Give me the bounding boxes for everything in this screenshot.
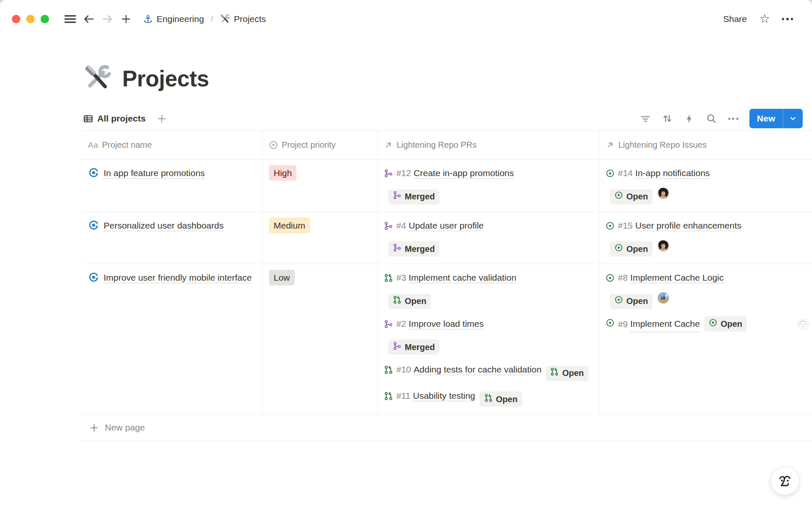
pull-request-open-icon (393, 293, 401, 309)
sidebar-toggle-icon[interactable] (61, 10, 80, 28)
zoom-window-button[interactable] (41, 15, 49, 23)
share-button[interactable]: Share (719, 11, 751, 27)
status-badge: Merged (388, 340, 439, 355)
pr-number: #11 (396, 391, 410, 400)
search-icon[interactable] (702, 109, 721, 128)
sort-icon[interactable] (658, 109, 677, 128)
cell-project-name[interactable]: Improve user friendly mobile interface (82, 264, 263, 414)
pr-link[interactable]: Usability testing (413, 391, 475, 401)
breadcrumb-page-label: Projects (234, 14, 266, 24)
topbar-actions: Share ☆ (719, 10, 797, 28)
page-icon-hammer-wrench[interactable] (83, 64, 111, 92)
table-row: Improve user friendly mobile interface L… (82, 264, 812, 414)
forward-icon[interactable] (98, 10, 117, 28)
status-badge: Merged (388, 189, 439, 204)
new-page-row[interactable]: New page (82, 414, 812, 441)
minimize-window-button[interactable] (26, 15, 35, 23)
issue-item: #14In-app notifications Open (606, 165, 807, 204)
issue-open-icon (709, 316, 717, 332)
project-page-link[interactable]: Improve user friendly mobile interface (104, 273, 252, 283)
pr-number: #4 (396, 221, 406, 230)
cell-repo-prs[interactable]: #12Create in-app promotions Merged (378, 160, 599, 212)
column-header-project-priority[interactable]: Project priority (263, 131, 378, 159)
table-view-icon (83, 114, 93, 124)
breadcrumb-page[interactable]: Projects (217, 12, 269, 26)
pull-request-open-icon (384, 271, 393, 287)
issue-link[interactable]: In-app notifications (635, 168, 710, 179)
close-window-button[interactable] (12, 15, 20, 23)
cell-repo-issues[interactable]: #14In-app notifications Open (599, 160, 812, 212)
pr-link[interactable]: Improve load times (409, 319, 483, 329)
priority-tag: High (269, 165, 296, 181)
issue-number: #14 (618, 168, 633, 178)
cell-project-name[interactable]: In app feature promotions (82, 160, 263, 212)
view-more-icon[interactable] (724, 109, 743, 128)
avatar (658, 188, 669, 199)
issue-link[interactable]: User profile enhancements (635, 221, 741, 231)
issue-item: #9Implement CacheOpen (606, 316, 807, 332)
issue-open-icon (614, 293, 623, 309)
cell-project-priority[interactable]: Low (263, 264, 378, 414)
more-options-icon[interactable] (778, 10, 797, 28)
issue-open-icon (606, 167, 614, 182)
project-page-link[interactable]: Personalized user dashboards (104, 221, 224, 231)
pr-item: #12Create in-app promotions Merged (384, 165, 594, 204)
tab-all-projects[interactable]: All projects (83, 111, 149, 126)
status-badge: Open (480, 392, 522, 407)
column-header-project-name[interactable]: Aa Project name (82, 131, 263, 159)
cell-repo-issues[interactable]: #8Implement Cache Logic Open #9Implement… (599, 264, 812, 414)
cell-project-priority[interactable]: Medium (263, 212, 378, 264)
column-header-repo-prs[interactable]: Lightening Repo PRs (378, 131, 599, 159)
automation-bolt-icon[interactable] (680, 109, 699, 128)
pr-number: #12 (396, 168, 411, 178)
avatar (797, 318, 809, 330)
breadcrumb-workspace-label: Engineering (156, 14, 204, 24)
issue-open-icon (606, 316, 614, 332)
back-icon[interactable] (80, 10, 98, 28)
project-page-link[interactable]: In app feature promotions (104, 168, 205, 179)
table-row: Personalized user dashboards Medium #4Up… (82, 212, 812, 265)
cell-repo-issues[interactable]: #15User profile enhancements Open (599, 212, 812, 264)
filter-icon[interactable] (636, 109, 655, 128)
new-tab-icon[interactable] (117, 10, 135, 28)
issue-item: #15User profile enhancements Open (606, 218, 807, 257)
pr-link[interactable]: Create in-app promotions (414, 168, 514, 179)
new-button[interactable]: New (749, 109, 803, 128)
git-merge-icon (393, 241, 401, 257)
pr-link[interactable]: Implement cache validation (409, 273, 516, 283)
issue-open-icon (606, 219, 614, 235)
breadcrumb-separator: / (211, 14, 213, 24)
git-merge-icon (384, 318, 393, 333)
issue-link[interactable]: Implement Cache (630, 316, 700, 332)
page-header: Projects (83, 64, 812, 92)
favorite-star-icon[interactable]: ☆ (755, 10, 774, 28)
window-controls (12, 15, 49, 23)
pr-number: #3 (396, 273, 406, 282)
tab-all-projects-label: All projects (97, 113, 145, 124)
new-button-label: New (749, 109, 783, 128)
pr-item: #4Update user profile Merged (384, 218, 594, 257)
table-row: In app feature promotions High #12Create… (82, 160, 812, 212)
issue-link[interactable]: Implement Cache Logic (630, 273, 724, 283)
cell-project-name[interactable]: Personalized user dashboards (82, 212, 263, 264)
add-view-icon[interactable] (156, 113, 167, 124)
new-button-chevron-down-icon[interactable] (783, 109, 803, 128)
plus-icon (89, 423, 99, 433)
breadcrumb-workspace[interactable]: ⚓ Engineering (140, 12, 206, 26)
pull-request-open-icon (384, 363, 393, 379)
page-title[interactable]: Projects (122, 66, 209, 91)
pr-item: #3Implement cache validation Open (384, 270, 594, 309)
hammer-wrench-icon (220, 14, 230, 24)
cell-repo-prs[interactable]: #3Implement cache validation Open #2Impr… (378, 264, 599, 414)
notion-ai-face-button[interactable] (771, 467, 799, 495)
column-header-repo-issues[interactable]: Lightening Repo Issues (599, 131, 812, 159)
new-page-label: New page (105, 422, 145, 433)
pr-link[interactable]: Update user profile (409, 221, 483, 231)
anchor-icon: ⚓ (143, 14, 153, 25)
cell-project-priority[interactable]: High (263, 160, 378, 212)
cell-repo-prs[interactable]: #4Update user profile Merged (378, 212, 599, 264)
pr-item: #11Usability testingOpen (384, 388, 594, 407)
issue-number: #15 (618, 221, 633, 230)
pr-link[interactable]: Adding tests for cache validation (414, 364, 541, 375)
status-badge: Open (704, 316, 747, 331)
